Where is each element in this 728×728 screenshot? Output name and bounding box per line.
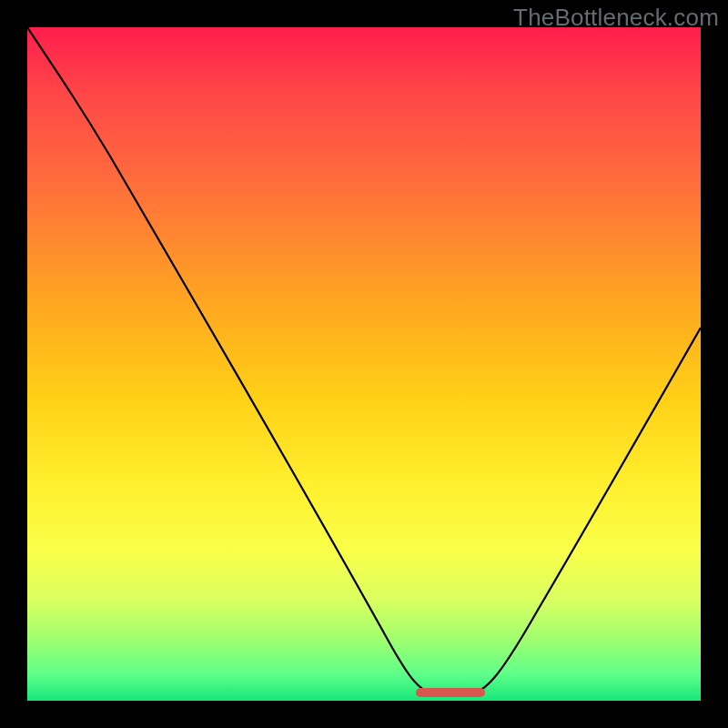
bottleneck-curve [27,27,701,693]
watermark-text: TheBottleneck.com [513,4,719,32]
plot-area [27,27,701,701]
chart-frame: TheBottleneck.com [0,0,728,728]
chart-svg [27,27,701,701]
